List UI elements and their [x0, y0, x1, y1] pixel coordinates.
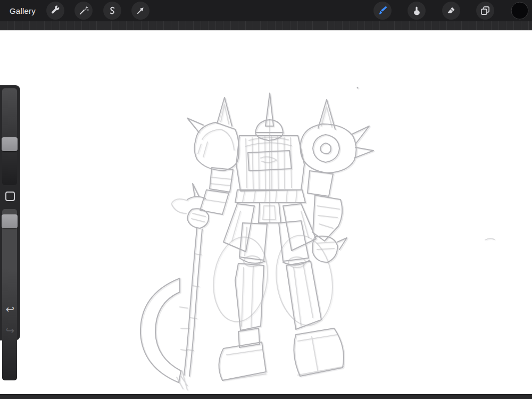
wrench-icon — [50, 5, 61, 16]
undo-button[interactable]: ↩ — [0, 301, 20, 318]
smudge-button[interactable] — [408, 2, 426, 20]
paint-button[interactable] — [373, 2, 392, 20]
selection-button[interactable] — [103, 2, 121, 20]
brush-size-slider[interactable] — [2, 88, 17, 185]
modify-button[interactable] — [0, 186, 20, 207]
redo-icon: ↪ — [6, 325, 15, 336]
opacity-handle[interactable] — [2, 214, 18, 228]
opacity-slider[interactable] — [2, 209, 17, 380]
top-toolbar: Gallery — [0, 0, 532, 21]
selection-s-icon — [107, 5, 118, 16]
procreate-window: Gallery — [0, 0, 532, 399]
transform-arrow-icon — [135, 5, 146, 16]
brush-icon — [377, 5, 388, 16]
erase-button[interactable] — [442, 2, 460, 20]
layers-button[interactable] — [476, 2, 494, 20]
actions-button[interactable] — [46, 2, 64, 20]
canvas-edge-bottom — [0, 394, 532, 399]
magic-wand-icon — [78, 5, 89, 16]
color-button[interactable] — [511, 2, 529, 20]
adjustments-button[interactable] — [74, 2, 93, 20]
transform-button[interactable] — [131, 2, 149, 20]
brush-size-handle[interactable] — [2, 137, 18, 151]
eraser-icon — [446, 5, 456, 16]
canvas-edge-top — [0, 21, 532, 30]
smudge-finger-icon — [411, 5, 422, 16]
modify-square-icon — [5, 192, 15, 201]
gallery-button[interactable]: Gallery — [10, 0, 36, 21]
mech-sketch-artwork — [0, 30, 532, 399]
sidebar: ↩ ↪ — [0, 85, 20, 340]
layers-icon — [480, 5, 491, 16]
drawing-canvas[interactable] — [0, 30, 532, 394]
redo-button[interactable]: ↪ — [0, 322, 20, 339]
color-swatch-icon — [511, 2, 529, 20]
undo-icon: ↩ — [6, 304, 15, 314]
